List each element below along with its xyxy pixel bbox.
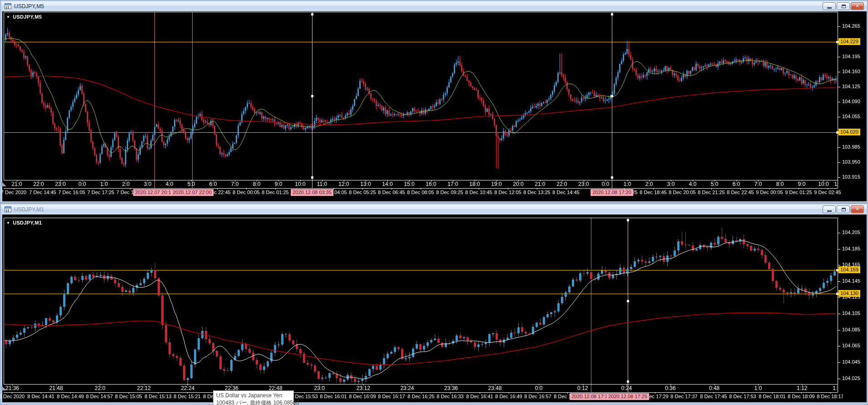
window-title-m1: USDJPY,M1	[14, 206, 44, 213]
chart-window-icon	[5, 3, 11, 9]
minimize-button[interactable]	[823, 205, 836, 213]
price-scale-m1[interactable]	[838, 218, 866, 392]
restore-icon	[842, 208, 846, 211]
window-title-m5: USDJPY,M5	[14, 3, 44, 10]
desktop: USDJPY,M5 ✕ USDJPY,M1 ✕ ▼USDJPY,M5	[0, 0, 868, 405]
minimize-icon	[827, 210, 832, 212]
titlebar-m1[interactable]: USDJPY,M1 ✕	[1, 205, 867, 214]
titlebar-m5[interactable]: USDJPY,M5 ✕	[1, 1, 867, 11]
restore-button[interactable]	[837, 205, 850, 213]
chart-area-m1[interactable]	[4, 218, 838, 384]
close-button[interactable]: ✕	[851, 2, 864, 10]
time-scale-m5[interactable]	[4, 180, 838, 196]
minimize-button[interactable]	[823, 2, 836, 10]
restore-button[interactable]	[837, 2, 850, 10]
chart-window-icon	[5, 206, 11, 212]
restore-icon	[842, 5, 846, 8]
minimize-icon	[827, 7, 832, 9]
time-scale-m1[interactable]	[4, 384, 838, 402]
close-icon: ✕	[851, 206, 863, 212]
close-button[interactable]: ✕	[851, 205, 864, 213]
price-scale-m5[interactable]	[838, 12, 866, 188]
chart-area-m5[interactable]	[4, 12, 838, 180]
close-icon: ✕	[851, 3, 863, 9]
